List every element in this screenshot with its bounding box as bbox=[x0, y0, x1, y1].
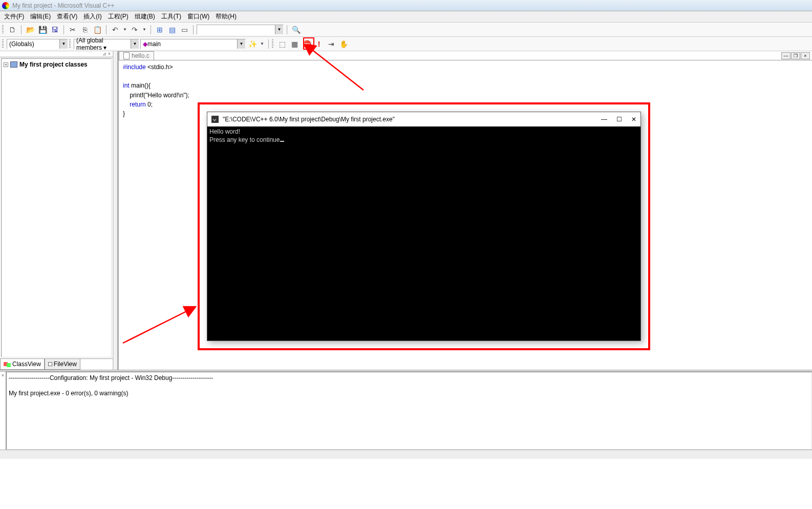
mdi-minimize-icon[interactable]: — bbox=[781, 52, 790, 59]
toolbar-grip[interactable] bbox=[272, 39, 273, 49]
find-combo[interactable]: ▼ bbox=[197, 25, 284, 35]
console-minimize-icon[interactable]: — bbox=[601, 116, 607, 123]
tab-classview[interactable]: ClassView bbox=[0, 359, 45, 370]
console-title-text: "E:\CODE\VC++ 6.0\My first project\Debug… bbox=[223, 116, 395, 123]
redo-icon[interactable]: ↷ bbox=[129, 24, 140, 35]
file-icon bbox=[123, 52, 130, 59]
output-tabs[interactable] bbox=[0, 450, 812, 459]
workspace-panel: ⊿ × + My first project classes ClassView… bbox=[0, 51, 114, 370]
panel-close-icon[interactable]: ⊿ × bbox=[0, 51, 113, 57]
menu-edit[interactable]: 编辑(E) bbox=[30, 12, 51, 21]
workspace-tabs: ClassView FileView bbox=[0, 358, 113, 370]
output-icon[interactable]: ▤ bbox=[166, 24, 178, 35]
menu-view[interactable]: 查看(V) bbox=[57, 12, 77, 21]
save-all-icon[interactable]: 🖫 bbox=[49, 24, 60, 35]
menu-insert[interactable]: 插入(I) bbox=[83, 12, 101, 21]
project-icon bbox=[10, 61, 17, 68]
mdi-close-icon[interactable]: × bbox=[801, 52, 810, 59]
menu-build[interactable]: 组建(B) bbox=[135, 12, 155, 21]
workspace-icon[interactable]: ⊞ bbox=[154, 24, 165, 35]
class-tree[interactable]: + My first project classes bbox=[1, 58, 112, 357]
compile-icon[interactable]: ⬚ bbox=[276, 38, 288, 50]
mdi-restore-icon[interactable]: ❐ bbox=[791, 52, 800, 59]
function-combo[interactable]: ◆ main▼ bbox=[140, 39, 246, 49]
menu-window[interactable]: 窗口(W) bbox=[187, 12, 209, 21]
toolbar-grip[interactable] bbox=[69, 39, 71, 49]
editor-tab-label: hello.c bbox=[132, 52, 149, 59]
console-titlebar[interactable]: "E:\CODE\VC++ 6.0\My first project\Debug… bbox=[207, 112, 640, 126]
tree-root-label: My first project classes bbox=[19, 61, 88, 68]
wizard-dropdown-icon[interactable]: ▼ bbox=[259, 38, 265, 50]
window-list-icon[interactable]: ▭ bbox=[179, 24, 190, 35]
console-app-icon bbox=[211, 116, 219, 123]
output-panel: × --------------------Configuration: My … bbox=[0, 372, 812, 450]
tab-fileview[interactable]: FileView bbox=[45, 359, 80, 370]
build-icon[interactable]: ▦ bbox=[289, 38, 300, 50]
console-close-icon[interactable]: ✕ bbox=[631, 116, 636, 123]
stop-build-icon[interactable]: ⛔ bbox=[301, 38, 312, 50]
console-window[interactable]: "E:\CODE\VC++ 6.0\My first project\Debug… bbox=[207, 112, 641, 341]
new-file-icon[interactable]: 🗋 bbox=[7, 24, 18, 35]
console-maximize-icon[interactable]: ☐ bbox=[616, 116, 622, 123]
toolbar-grip[interactable] bbox=[2, 39, 4, 49]
toolbar-grip[interactable] bbox=[2, 25, 4, 34]
editor-tab-hello[interactable]: hello.c bbox=[119, 51, 154, 60]
go-icon[interactable]: ⇥ bbox=[326, 38, 337, 50]
undo-dropdown-icon[interactable]: ▼ bbox=[122, 24, 128, 35]
breakpoint-icon[interactable]: ✋ bbox=[338, 38, 349, 50]
fileview-icon bbox=[48, 362, 52, 366]
expand-icon[interactable]: + bbox=[4, 62, 8, 67]
wizard-action-icon[interactable]: ✨ bbox=[247, 38, 258, 50]
build-output[interactable]: --------------------Configuration: My fi… bbox=[6, 372, 812, 450]
toolbar-standard: 🗋 📂 💾 🖫 ✂ ⎘ 📋 ↶ ▼ ↷ ▼ ⊞ ▤ ▭ ▼ 🔍 bbox=[0, 23, 812, 37]
toolbar-wizard: (Globals)▼ (All global members ▾▼ ◆ main… bbox=[0, 37, 812, 51]
annotation-console-box: "E:\CODE\VC++ 6.0\My first project\Debug… bbox=[198, 102, 650, 350]
menu-project[interactable]: 工程(P) bbox=[108, 12, 129, 21]
open-icon[interactable]: 📂 bbox=[25, 24, 36, 35]
find-icon[interactable]: 🔍 bbox=[290, 24, 302, 35]
tree-root[interactable]: + My first project classes bbox=[4, 61, 109, 68]
window-title: My first project - Microsoft Visual C++ bbox=[12, 2, 114, 9]
undo-icon[interactable]: ↶ bbox=[110, 24, 121, 35]
menu-help[interactable]: 帮助(H) bbox=[216, 12, 237, 21]
redo-dropdown-icon[interactable]: ▼ bbox=[141, 24, 147, 35]
menu-bar[interactable]: 文件(F) 编辑(E) 查看(V) 插入(I) 工程(P) 组建(B) 工具(T… bbox=[0, 11, 812, 23]
copy-icon[interactable]: ⎘ bbox=[79, 24, 91, 35]
tab-label: ClassView bbox=[12, 360, 41, 368]
members-combo[interactable]: (All global members ▾▼ bbox=[74, 39, 139, 49]
console-cursor bbox=[280, 141, 284, 142]
app-icon bbox=[2, 2, 9, 9]
tab-label: FileView bbox=[54, 360, 77, 368]
title-bar: My first project - Microsoft Visual C++ bbox=[0, 0, 812, 11]
cut-icon[interactable]: ✂ bbox=[67, 24, 78, 35]
output-close-icon[interactable]: × bbox=[0, 372, 6, 450]
console-output[interactable]: Hello word! Press any key to continue bbox=[207, 126, 640, 341]
save-icon[interactable]: 💾 bbox=[37, 24, 48, 35]
scope-combo[interactable]: (Globals)▼ bbox=[7, 39, 68, 49]
execute-icon[interactable]: ! bbox=[313, 38, 325, 50]
mdi-buttons: — ❐ × bbox=[781, 52, 812, 59]
editor-tabbar: hello.c — ❐ × bbox=[119, 51, 812, 60]
paste-icon[interactable]: 📋 bbox=[92, 24, 103, 35]
classview-icon bbox=[7, 363, 11, 367]
func-icon: ◆ bbox=[143, 40, 147, 48]
splitter-vertical[interactable] bbox=[114, 51, 118, 370]
menu-tools[interactable]: 工具(T) bbox=[161, 12, 181, 21]
menu-file[interactable]: 文件(F) bbox=[4, 12, 24, 21]
